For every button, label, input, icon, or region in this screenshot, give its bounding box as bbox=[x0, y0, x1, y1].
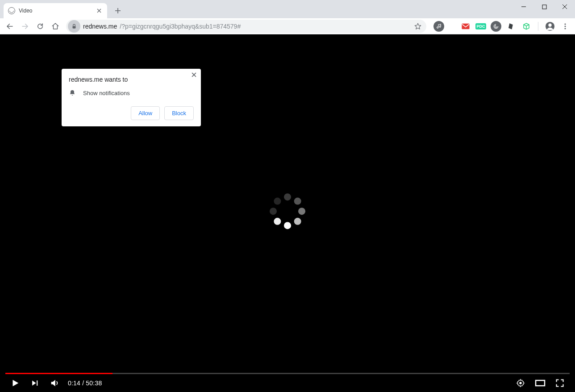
svg-rect-8 bbox=[37, 380, 38, 386]
theater-icon bbox=[535, 379, 546, 388]
browser-tab[interactable]: Video bbox=[4, 3, 107, 18]
forward-button[interactable] bbox=[18, 19, 32, 33]
browser-toolbar: rednews.me/?p=gizgcnrqgu5gi3bphayq&sub1=… bbox=[0, 18, 575, 34]
url-domain: rednews.me bbox=[83, 23, 117, 30]
dialog-title: rednews.me wants to bbox=[69, 76, 194, 83]
video-controls: 0:14 / 50:38 bbox=[5, 371, 570, 392]
close-icon bbox=[192, 72, 196, 77]
chrome-menu-button[interactable] bbox=[560, 21, 571, 32]
loading-spinner bbox=[270, 193, 305, 229]
theater-mode-button[interactable] bbox=[534, 377, 546, 389]
svg-rect-0 bbox=[542, 5, 546, 9]
extension-music-icon[interactable] bbox=[433, 21, 444, 32]
tab-title: Video bbox=[19, 8, 32, 14]
svg-rect-2 bbox=[462, 23, 469, 29]
svg-point-4 bbox=[548, 23, 551, 26]
reload-button[interactable] bbox=[33, 19, 47, 33]
star-icon bbox=[414, 22, 422, 30]
next-button[interactable] bbox=[29, 377, 41, 389]
dialog-close-button[interactable] bbox=[192, 72, 196, 77]
url-path: /?p=gizgcnrqgu5gi3bphayq&sub1=874579# bbox=[120, 23, 241, 30]
play-icon bbox=[10, 378, 20, 388]
extension-box-icon[interactable] bbox=[521, 21, 532, 32]
site-info-button[interactable] bbox=[68, 20, 80, 33]
settings-button[interactable] bbox=[514, 377, 527, 389]
globe-icon bbox=[8, 7, 15, 14]
window-minimize-button[interactable] bbox=[513, 0, 534, 13]
notification-permission-dialog: rednews.me wants to Show notifications A… bbox=[62, 69, 201, 126]
window-maximize-button[interactable] bbox=[534, 0, 554, 13]
video-time: 0:14 / 50:38 bbox=[68, 379, 102, 387]
bell-icon bbox=[69, 89, 76, 96]
svg-point-5 bbox=[564, 23, 566, 25]
toolbar-separator bbox=[538, 22, 538, 31]
extension-cube-icon[interactable] bbox=[506, 21, 517, 32]
gear-icon bbox=[516, 379, 525, 388]
extension-swirl-icon[interactable] bbox=[491, 21, 501, 32]
window-close-button[interactable] bbox=[554, 0, 575, 13]
fullscreen-icon bbox=[555, 379, 564, 388]
back-button[interactable] bbox=[3, 19, 17, 33]
extensions-row: PDC bbox=[433, 21, 571, 32]
next-icon bbox=[30, 379, 39, 388]
volume-icon bbox=[50, 378, 59, 388]
kebab-icon bbox=[562, 23, 569, 30]
extension-mail-icon[interactable] bbox=[460, 21, 471, 32]
video-current-time: 0:14 bbox=[68, 379, 80, 387]
block-button[interactable]: Block bbox=[164, 106, 194, 120]
address-bar[interactable]: rednews.me/?p=gizgcnrqgu5gi3bphayq&sub1=… bbox=[66, 20, 426, 33]
user-icon bbox=[545, 21, 555, 31]
svg-rect-10 bbox=[536, 380, 545, 386]
extension-pdc-icon[interactable]: PDC bbox=[475, 21, 486, 32]
profile-button[interactable] bbox=[545, 21, 555, 32]
fullscreen-button[interactable] bbox=[554, 377, 566, 389]
svg-point-9 bbox=[519, 382, 521, 384]
bookmark-button[interactable] bbox=[414, 22, 422, 30]
allow-button[interactable]: Allow bbox=[131, 106, 160, 120]
tab-close-button[interactable] bbox=[96, 7, 103, 14]
volume-button[interactable] bbox=[48, 377, 61, 389]
svg-rect-1 bbox=[73, 26, 76, 28]
home-button[interactable] bbox=[48, 19, 62, 33]
new-tab-button[interactable] bbox=[112, 4, 124, 17]
video-duration: 50:38 bbox=[86, 379, 102, 387]
lock-icon bbox=[71, 23, 77, 29]
window-titlebar: Video bbox=[0, 0, 575, 18]
window-controls bbox=[513, 0, 575, 13]
svg-point-6 bbox=[564, 25, 566, 27]
page-content: 0:14 / 50:38 rednews.me wants to Show no… bbox=[0, 34, 575, 392]
svg-point-7 bbox=[564, 28, 566, 29]
play-button[interactable] bbox=[9, 377, 21, 389]
permission-item-label: Show notifications bbox=[83, 90, 130, 96]
pdc-badge: PDC bbox=[475, 23, 486, 29]
